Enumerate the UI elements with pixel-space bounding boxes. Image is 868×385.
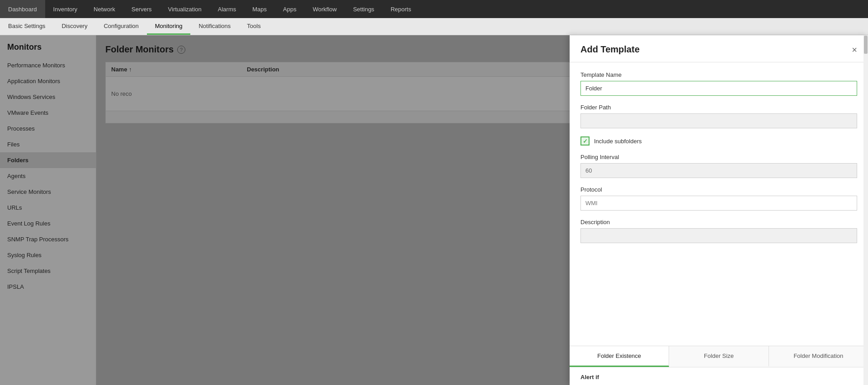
- template-name-group: Template Name: [580, 71, 857, 96]
- alert-if-label: Alert if: [580, 374, 599, 380]
- top-nav-item-inventory[interactable]: Inventory: [45, 0, 85, 18]
- scrollbar-thumb[interactable]: [864, 36, 868, 54]
- protocol-group: Protocol: [580, 186, 857, 211]
- modal-header: Add Template ×: [570, 35, 868, 62]
- top-nav-item-virtualization[interactable]: Virtualization: [160, 0, 210, 18]
- top-nav-item-maps[interactable]: Maps: [244, 0, 275, 18]
- modal-close-button[interactable]: ×: [852, 45, 857, 54]
- top-nav-item-reports[interactable]: Reports: [382, 0, 420, 18]
- description-group: Description: [580, 219, 857, 243]
- polling-interval-group: Polling Interval: [580, 154, 857, 178]
- sub-nav: Basic SettingsDiscoveryConfigurationMoni…: [0, 18, 868, 35]
- polling-interval-input[interactable]: [580, 163, 857, 178]
- main-layout: Monitors Performance MonitorsApplication…: [0, 35, 868, 385]
- description-input[interactable]: [580, 228, 857, 243]
- sub-nav-item-basic-settings[interactable]: Basic Settings: [0, 18, 53, 35]
- include-subfolders-label: Include subfolders: [594, 138, 642, 145]
- protocol-label: Protocol: [580, 186, 857, 193]
- include-subfolders-checkbox[interactable]: ✓: [580, 136, 590, 146]
- modal-tabs: Folder ExistenceFolder SizeFolder Modifi…: [570, 346, 868, 367]
- top-nav-item-dashboard[interactable]: Dashboard: [0, 0, 45, 18]
- folder-path-label: Folder Path: [580, 104, 857, 111]
- include-subfolders-row: ✓ Include subfolders: [580, 136, 857, 146]
- template-name-label: Template Name: [580, 71, 857, 78]
- sub-nav-item-configuration[interactable]: Configuration: [95, 18, 146, 35]
- protocol-input[interactable]: [580, 196, 857, 211]
- modal-body: Template Name Folder Path ✓ Include subf…: [570, 62, 868, 346]
- modal-tab-folder-size[interactable]: Folder Size: [669, 346, 769, 367]
- sub-nav-item-notifications[interactable]: Notifications: [190, 18, 239, 35]
- folder-path-group: Folder Path: [580, 104, 857, 128]
- checkmark-icon: ✓: [583, 138, 588, 145]
- modal-tab-folder-modification[interactable]: Folder Modification: [769, 346, 868, 367]
- description-label: Description: [580, 219, 857, 225]
- top-nav-item-workflow[interactable]: Workflow: [305, 0, 345, 18]
- modal-tab-folder-existence[interactable]: Folder Existence: [570, 346, 669, 367]
- modal-title: Add Template: [580, 44, 640, 55]
- polling-interval-label: Polling Interval: [580, 154, 857, 160]
- sub-nav-item-tools[interactable]: Tools: [239, 18, 269, 35]
- scrollbar-track[interactable]: [863, 35, 868, 385]
- top-nav-item-network[interactable]: Network: [85, 0, 123, 18]
- sub-nav-item-discovery[interactable]: Discovery: [53, 18, 95, 35]
- top-nav-item-servers[interactable]: Servers: [123, 0, 160, 18]
- top-nav-item-alarms[interactable]: Alarms: [210, 0, 244, 18]
- alert-section: Alert if: [570, 367, 868, 385]
- sub-nav-item-monitoring[interactable]: Monitoring: [147, 18, 191, 35]
- top-nav-item-apps[interactable]: Apps: [275, 0, 305, 18]
- template-name-input[interactable]: [580, 81, 857, 96]
- top-nav: DashboardInventoryNetworkServersVirtuali…: [0, 0, 868, 18]
- add-template-modal: Add Template × Template Name Folder Path…: [570, 35, 868, 385]
- top-nav-item-settings[interactable]: Settings: [345, 0, 382, 18]
- folder-path-input[interactable]: [580, 113, 857, 128]
